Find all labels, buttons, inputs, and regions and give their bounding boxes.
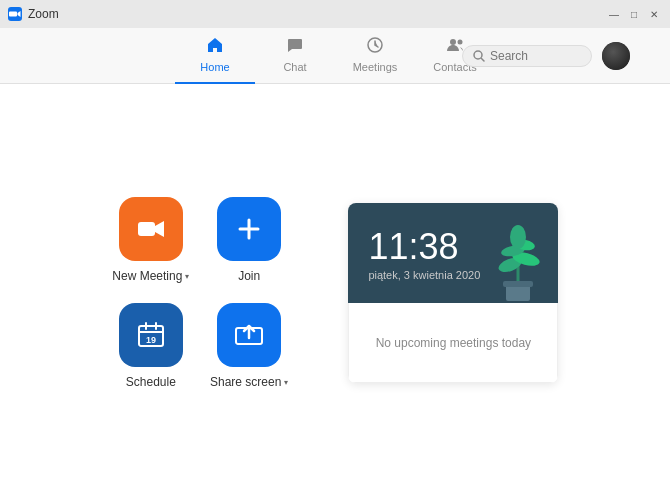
svg-rect-15 [506, 285, 530, 301]
share-screen-text: Share screen [210, 375, 281, 389]
plant-decoration-icon [488, 223, 548, 303]
share-screen-icon [234, 320, 264, 350]
share-screen-item[interactable]: Share screen ▾ [210, 303, 288, 389]
tab-home[interactable]: Home [175, 28, 255, 84]
tab-meetings-label: Meetings [353, 61, 398, 73]
no-meetings-text: No upcoming meetings today [376, 336, 531, 350]
plus-icon [234, 214, 264, 244]
nav-right [462, 42, 630, 70]
share-screen-label: Share screen ▾ [210, 375, 288, 389]
video-camera-icon [136, 214, 166, 244]
svg-point-4 [474, 51, 482, 59]
svg-rect-16 [503, 281, 533, 287]
actions-grid: New Meeting ▾ Join [112, 197, 289, 389]
join-item[interactable]: Join [210, 197, 288, 283]
app-title: Zoom [28, 7, 59, 21]
tab-meetings[interactable]: Meetings [335, 28, 415, 84]
clock-panel: 11:38 piątek, 3 kwietnia 2020 [348, 203, 558, 383]
nav-tabs: Home Chat Meetings [175, 28, 495, 84]
svg-rect-6 [138, 222, 155, 236]
schedule-item[interactable]: 19 Schedule [112, 303, 190, 389]
svg-point-2 [450, 39, 456, 45]
svg-point-22 [510, 225, 526, 249]
share-screen-dropdown-icon: ▾ [284, 378, 288, 387]
new-meeting-text: New Meeting [112, 269, 182, 283]
minimize-button[interactable]: — [606, 6, 622, 22]
share-screen-button[interactable] [217, 303, 281, 367]
new-meeting-dropdown-icon: ▾ [185, 272, 189, 281]
maximize-button[interactable]: □ [626, 6, 642, 22]
new-meeting-item[interactable]: New Meeting ▾ [112, 197, 190, 283]
join-label: Join [238, 269, 260, 283]
title-bar-left: Zoom [8, 7, 59, 21]
tab-chat-label: Chat [283, 61, 306, 73]
svg-text:19: 19 [146, 335, 156, 345]
clock-header: 11:38 piątek, 3 kwietnia 2020 [348, 203, 558, 303]
join-text: Join [238, 269, 260, 283]
nav-bar: Home Chat Meetings [0, 28, 670, 84]
schedule-button[interactable]: 19 [119, 303, 183, 367]
join-button[interactable] [217, 197, 281, 261]
clock-body: No upcoming meetings today [348, 303, 558, 383]
main-content: New Meeting ▾ Join [0, 84, 670, 502]
schedule-label: Schedule [126, 375, 176, 389]
calendar-icon: 19 [137, 321, 165, 349]
svg-line-5 [482, 58, 485, 61]
title-bar: Zoom — □ ✕ [0, 0, 670, 28]
search-icon [473, 50, 485, 62]
tab-home-label: Home [200, 61, 229, 73]
search-input[interactable] [490, 49, 580, 63]
new-meeting-label: New Meeting ▾ [112, 269, 189, 283]
chat-icon [286, 36, 304, 58]
zoom-logo-icon [8, 7, 22, 21]
schedule-text: Schedule [126, 375, 176, 389]
new-meeting-button[interactable] [119, 197, 183, 261]
home-icon [206, 36, 224, 58]
tab-chat[interactable]: Chat [255, 28, 335, 84]
content-wrapper: New Meeting ▾ Join [112, 197, 559, 389]
close-button[interactable]: ✕ [646, 6, 662, 22]
avatar[interactable] [602, 42, 630, 70]
avatar-image [602, 42, 630, 70]
search-box[interactable] [462, 45, 592, 67]
title-bar-controls: — □ ✕ [606, 6, 662, 22]
meetings-icon [366, 36, 384, 58]
